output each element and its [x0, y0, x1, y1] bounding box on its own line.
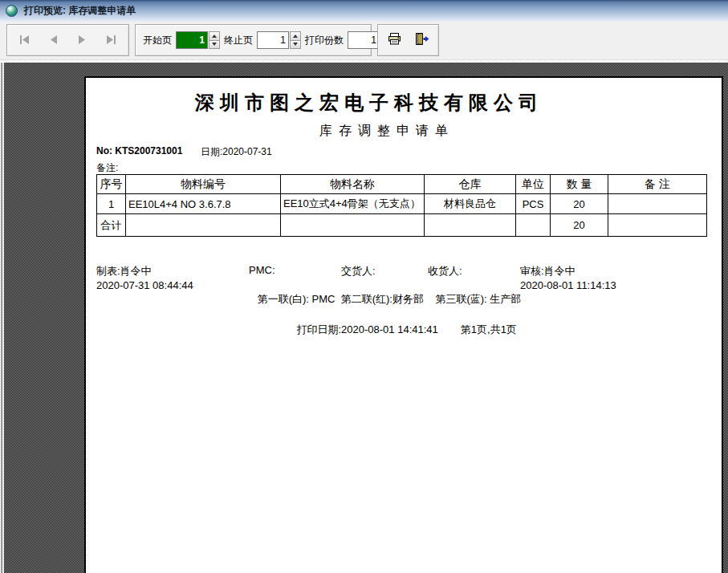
- down-arrow-icon: [293, 43, 298, 46]
- down-arrow-icon: [212, 43, 217, 46]
- last-page-icon: [106, 35, 116, 47]
- document-page: 深圳市图之宏电子科技有限公司 库存调整申请单 No: KTS200731001 …: [84, 76, 723, 573]
- col-seq: 序号: [97, 175, 126, 194]
- total-cell: [608, 214, 707, 237]
- receiver-signature: 收货人:: [428, 264, 462, 278]
- start-page-down-button[interactable]: [209, 41, 220, 50]
- end-page-down-button[interactable]: [290, 41, 301, 50]
- print-date: 打印日期:2020-08-01 14:41:41: [296, 323, 437, 335]
- next-page-button[interactable]: [70, 29, 94, 51]
- maker-timestamp: 2020-07-31 08:44:44: [96, 279, 193, 291]
- page-range-group: 开始页 终止页 打印份数: [135, 24, 372, 56]
- cell-material-code: EE10L4+4 NO 3.6.7.8: [126, 194, 281, 214]
- remark-label: 备注:: [96, 161, 118, 175]
- prev-page-icon: [50, 35, 58, 47]
- col-material-code: 物料编号: [126, 175, 281, 194]
- first-page-button[interactable]: [13, 29, 37, 51]
- cell-material-name: EE10立式4+4骨架（无支点）: [281, 194, 425, 214]
- document-title: 库存调整申请单: [86, 123, 688, 140]
- total-label: 合计: [97, 214, 126, 237]
- col-remark: 备 注: [608, 175, 707, 194]
- total-qty: 20: [551, 214, 608, 237]
- print-date-line: 打印日期:2020-08-01 14:41:41第1页,共1页: [86, 311, 693, 349]
- total-cell: [126, 214, 281, 237]
- end-page-up-button[interactable]: [290, 31, 301, 41]
- toolbar: 开始页 终止页 打印份数: [0, 22, 728, 59]
- start-page-input[interactable]: [176, 31, 208, 49]
- start-page-up-button[interactable]: [209, 31, 220, 41]
- total-cell: [516, 214, 551, 237]
- col-warehouse: 仓库: [425, 175, 516, 194]
- exit-button[interactable]: [410, 28, 434, 52]
- deliverer-signature: 交货人:: [341, 264, 376, 278]
- copies-distribution-line: 第一联(白): PMC 第二联(红):财务部 第三联(蓝): 生产部: [86, 292, 693, 307]
- cell-seq: 1: [97, 194, 126, 214]
- cell-warehouse: 材料良品仓: [425, 194, 516, 214]
- preview-area: 深圳市图之宏电子科技有限公司 库存调整申请单 No: KTS200731001 …: [0, 63, 728, 573]
- first-page-icon: [20, 35, 30, 47]
- document-date: 日期:2020-07-31: [201, 145, 272, 159]
- cell-unit: PCS: [516, 194, 551, 214]
- print-button[interactable]: [382, 28, 406, 52]
- print-button-group: [377, 24, 439, 56]
- start-page-label: 开始页: [143, 34, 172, 47]
- total-cell: [425, 214, 516, 237]
- up-arrow-icon: [212, 35, 217, 38]
- copies-input[interactable]: [348, 31, 380, 49]
- footer-center-lines: 第一联(白): PMC 第二联(红):财务部 第三联(蓝): 生产部 打印日期:…: [86, 292, 693, 349]
- titlebar: 打印预览: 库存调整申请单: [0, 0, 728, 22]
- auditor-signature: 审核:肖令中: [520, 264, 575, 278]
- window-title: 打印预览: 库存调整申请单: [24, 4, 136, 18]
- table-total-row: 合计 20: [97, 214, 707, 237]
- table-row: 1 EE10L4+4 NO 3.6.7.8 EE10立式4+4骨架（无支点） 材…: [97, 194, 707, 214]
- total-cell: [281, 214, 425, 237]
- col-material-name: 物料名称: [281, 175, 425, 194]
- cell-remark: [608, 194, 707, 214]
- maker-signature: 制表:肖令中: [96, 264, 152, 278]
- pmc-signature: PMC:: [249, 264, 275, 276]
- audit-timestamp: 2020-08-01 11:14:13: [520, 279, 616, 291]
- col-qty: 数 量: [551, 175, 608, 194]
- copies-label: 打印份数: [305, 34, 344, 47]
- col-unit: 单位: [516, 175, 551, 194]
- app-globe-icon: [6, 5, 18, 17]
- print-preview-window: 打印预览: 库存调整申请单: [0, 0, 728, 573]
- table-header-row: 序号 物料编号 物料名称 仓库 单位 数 量 备 注: [97, 175, 707, 194]
- nav-button-group: [6, 24, 129, 56]
- exit-door-icon: [415, 33, 429, 47]
- next-page-icon: [78, 35, 86, 47]
- up-arrow-icon: [293, 35, 298, 38]
- company-name: 深圳市图之宏电子科技有限公司: [86, 90, 653, 116]
- document-number: No: KTS200731001: [96, 145, 182, 156]
- end-page-input[interactable]: [257, 31, 289, 49]
- prev-page-button[interactable]: [42, 29, 66, 51]
- cell-qty: 20: [551, 194, 608, 214]
- end-page-spinner: [257, 31, 301, 49]
- page-info: 第1页,共1页: [461, 323, 517, 335]
- window-left-edge: [0, 63, 4, 573]
- printer-icon: [388, 33, 401, 47]
- last-page-button[interactable]: [99, 29, 123, 51]
- items-table: 序号 物料编号 物料名称 仓库 单位 数 量 备 注 1 EE10L4+4 NO…: [96, 174, 707, 237]
- end-page-label: 终止页: [224, 34, 253, 47]
- start-page-spinner: [176, 31, 220, 49]
